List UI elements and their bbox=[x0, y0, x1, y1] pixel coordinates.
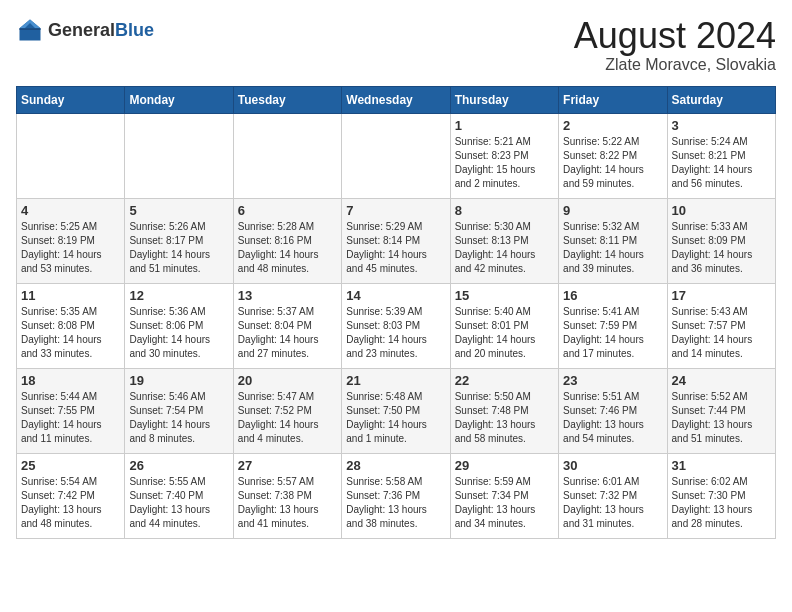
svg-rect-2 bbox=[20, 28, 41, 30]
day-number: 14 bbox=[346, 288, 445, 303]
day-number: 5 bbox=[129, 203, 228, 218]
day-number: 25 bbox=[21, 458, 120, 473]
logo-icon bbox=[16, 16, 44, 44]
calendar-cell: 20Sunrise: 5:47 AMSunset: 7:52 PMDayligh… bbox=[233, 368, 341, 453]
calendar-cell: 21Sunrise: 5:48 AMSunset: 7:50 PMDayligh… bbox=[342, 368, 450, 453]
calendar-cell: 30Sunrise: 6:01 AMSunset: 7:32 PMDayligh… bbox=[559, 453, 667, 538]
day-number: 20 bbox=[238, 373, 337, 388]
calendar-cell: 14Sunrise: 5:39 AMSunset: 8:03 PMDayligh… bbox=[342, 283, 450, 368]
calendar-cell: 18Sunrise: 5:44 AMSunset: 7:55 PMDayligh… bbox=[17, 368, 125, 453]
day-number: 30 bbox=[563, 458, 662, 473]
calendar-cell: 27Sunrise: 5:57 AMSunset: 7:38 PMDayligh… bbox=[233, 453, 341, 538]
calendar-cell: 16Sunrise: 5:41 AMSunset: 7:59 PMDayligh… bbox=[559, 283, 667, 368]
page-subtitle: Zlate Moravce, Slovakia bbox=[574, 56, 776, 74]
calendar-cell: 9Sunrise: 5:32 AMSunset: 8:11 PMDaylight… bbox=[559, 198, 667, 283]
page-header: GeneralBlue August 2024 Zlate Moravce, S… bbox=[16, 16, 776, 74]
day-info: Sunrise: 6:01 AMSunset: 7:32 PMDaylight:… bbox=[563, 475, 662, 531]
day-number: 22 bbox=[455, 373, 554, 388]
day-info: Sunrise: 5:54 AMSunset: 7:42 PMDaylight:… bbox=[21, 475, 120, 531]
title-area: August 2024 Zlate Moravce, Slovakia bbox=[574, 16, 776, 74]
calendar-cell: 29Sunrise: 5:59 AMSunset: 7:34 PMDayligh… bbox=[450, 453, 558, 538]
day-number: 6 bbox=[238, 203, 337, 218]
day-info: Sunrise: 5:22 AMSunset: 8:22 PMDaylight:… bbox=[563, 135, 662, 191]
day-number: 21 bbox=[346, 373, 445, 388]
logo-general: General bbox=[48, 20, 115, 40]
day-info: Sunrise: 5:57 AMSunset: 7:38 PMDaylight:… bbox=[238, 475, 337, 531]
calendar-cell: 25Sunrise: 5:54 AMSunset: 7:42 PMDayligh… bbox=[17, 453, 125, 538]
day-info: Sunrise: 5:21 AMSunset: 8:23 PMDaylight:… bbox=[455, 135, 554, 191]
day-number: 10 bbox=[672, 203, 771, 218]
week-row-3: 11Sunrise: 5:35 AMSunset: 8:08 PMDayligh… bbox=[17, 283, 776, 368]
day-info: Sunrise: 5:59 AMSunset: 7:34 PMDaylight:… bbox=[455, 475, 554, 531]
day-number: 4 bbox=[21, 203, 120, 218]
day-info: Sunrise: 5:39 AMSunset: 8:03 PMDaylight:… bbox=[346, 305, 445, 361]
day-number: 12 bbox=[129, 288, 228, 303]
day-info: Sunrise: 5:35 AMSunset: 8:08 PMDaylight:… bbox=[21, 305, 120, 361]
day-info: Sunrise: 5:41 AMSunset: 7:59 PMDaylight:… bbox=[563, 305, 662, 361]
calendar-table: Sunday Monday Tuesday Wednesday Thursday… bbox=[16, 86, 776, 539]
day-number: 26 bbox=[129, 458, 228, 473]
calendar-cell: 19Sunrise: 5:46 AMSunset: 7:54 PMDayligh… bbox=[125, 368, 233, 453]
day-number: 23 bbox=[563, 373, 662, 388]
day-number: 11 bbox=[21, 288, 120, 303]
calendar-cell: 22Sunrise: 5:50 AMSunset: 7:48 PMDayligh… bbox=[450, 368, 558, 453]
calendar-cell: 17Sunrise: 5:43 AMSunset: 7:57 PMDayligh… bbox=[667, 283, 775, 368]
week-row-1: 1Sunrise: 5:21 AMSunset: 8:23 PMDaylight… bbox=[17, 113, 776, 198]
day-number: 2 bbox=[563, 118, 662, 133]
day-number: 28 bbox=[346, 458, 445, 473]
day-number: 29 bbox=[455, 458, 554, 473]
calendar-cell: 1Sunrise: 5:21 AMSunset: 8:23 PMDaylight… bbox=[450, 113, 558, 198]
day-info: Sunrise: 5:51 AMSunset: 7:46 PMDaylight:… bbox=[563, 390, 662, 446]
day-number: 16 bbox=[563, 288, 662, 303]
logo-text: GeneralBlue bbox=[48, 20, 154, 41]
day-info: Sunrise: 5:26 AMSunset: 8:17 PMDaylight:… bbox=[129, 220, 228, 276]
calendar-cell: 31Sunrise: 6:02 AMSunset: 7:30 PMDayligh… bbox=[667, 453, 775, 538]
day-info: Sunrise: 5:32 AMSunset: 8:11 PMDaylight:… bbox=[563, 220, 662, 276]
calendar-cell: 15Sunrise: 5:40 AMSunset: 8:01 PMDayligh… bbox=[450, 283, 558, 368]
calendar-cell: 5Sunrise: 5:26 AMSunset: 8:17 PMDaylight… bbox=[125, 198, 233, 283]
day-number: 8 bbox=[455, 203, 554, 218]
calendar-cell: 7Sunrise: 5:29 AMSunset: 8:14 PMDaylight… bbox=[342, 198, 450, 283]
calendar-cell bbox=[342, 113, 450, 198]
calendar-cell bbox=[233, 113, 341, 198]
day-info: Sunrise: 5:28 AMSunset: 8:16 PMDaylight:… bbox=[238, 220, 337, 276]
calendar-cell: 28Sunrise: 5:58 AMSunset: 7:36 PMDayligh… bbox=[342, 453, 450, 538]
week-row-4: 18Sunrise: 5:44 AMSunset: 7:55 PMDayligh… bbox=[17, 368, 776, 453]
logo: GeneralBlue bbox=[16, 16, 154, 44]
calendar-cell bbox=[125, 113, 233, 198]
page-title: August 2024 bbox=[574, 16, 776, 56]
day-number: 19 bbox=[129, 373, 228, 388]
day-number: 18 bbox=[21, 373, 120, 388]
day-number: 9 bbox=[563, 203, 662, 218]
day-info: Sunrise: 5:24 AMSunset: 8:21 PMDaylight:… bbox=[672, 135, 771, 191]
day-info: Sunrise: 6:02 AMSunset: 7:30 PMDaylight:… bbox=[672, 475, 771, 531]
col-saturday: Saturday bbox=[667, 86, 775, 113]
day-number: 15 bbox=[455, 288, 554, 303]
calendar-header: Sunday Monday Tuesday Wednesday Thursday… bbox=[17, 86, 776, 113]
day-info: Sunrise: 5:30 AMSunset: 8:13 PMDaylight:… bbox=[455, 220, 554, 276]
calendar-body: 1Sunrise: 5:21 AMSunset: 8:23 PMDaylight… bbox=[17, 113, 776, 538]
day-number: 27 bbox=[238, 458, 337, 473]
day-info: Sunrise: 5:43 AMSunset: 7:57 PMDaylight:… bbox=[672, 305, 771, 361]
day-info: Sunrise: 5:52 AMSunset: 7:44 PMDaylight:… bbox=[672, 390, 771, 446]
day-number: 31 bbox=[672, 458, 771, 473]
col-thursday: Thursday bbox=[450, 86, 558, 113]
day-info: Sunrise: 5:37 AMSunset: 8:04 PMDaylight:… bbox=[238, 305, 337, 361]
day-info: Sunrise: 5:44 AMSunset: 7:55 PMDaylight:… bbox=[21, 390, 120, 446]
calendar-cell: 3Sunrise: 5:24 AMSunset: 8:21 PMDaylight… bbox=[667, 113, 775, 198]
calendar-cell: 10Sunrise: 5:33 AMSunset: 8:09 PMDayligh… bbox=[667, 198, 775, 283]
day-number: 17 bbox=[672, 288, 771, 303]
day-info: Sunrise: 5:40 AMSunset: 8:01 PMDaylight:… bbox=[455, 305, 554, 361]
calendar-cell: 6Sunrise: 5:28 AMSunset: 8:16 PMDaylight… bbox=[233, 198, 341, 283]
day-info: Sunrise: 5:50 AMSunset: 7:48 PMDaylight:… bbox=[455, 390, 554, 446]
calendar-cell: 13Sunrise: 5:37 AMSunset: 8:04 PMDayligh… bbox=[233, 283, 341, 368]
day-info: Sunrise: 5:55 AMSunset: 7:40 PMDaylight:… bbox=[129, 475, 228, 531]
calendar-cell: 23Sunrise: 5:51 AMSunset: 7:46 PMDayligh… bbox=[559, 368, 667, 453]
day-number: 24 bbox=[672, 373, 771, 388]
calendar-cell: 2Sunrise: 5:22 AMSunset: 8:22 PMDaylight… bbox=[559, 113, 667, 198]
calendar-cell: 11Sunrise: 5:35 AMSunset: 8:08 PMDayligh… bbox=[17, 283, 125, 368]
calendar-cell bbox=[17, 113, 125, 198]
header-row: Sunday Monday Tuesday Wednesday Thursday… bbox=[17, 86, 776, 113]
day-info: Sunrise: 5:48 AMSunset: 7:50 PMDaylight:… bbox=[346, 390, 445, 446]
week-row-2: 4Sunrise: 5:25 AMSunset: 8:19 PMDaylight… bbox=[17, 198, 776, 283]
